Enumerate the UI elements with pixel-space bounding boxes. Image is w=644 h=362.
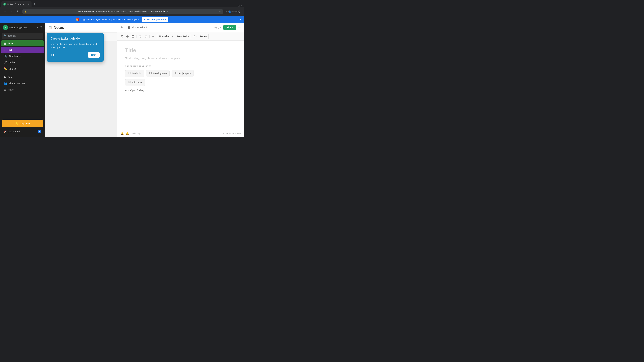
search-bar[interactable]: 🔍 Search: [2, 33, 43, 39]
claim-offer-button[interactable]: Claim now your offer: [142, 17, 168, 22]
tab-bar: N Notes - Evernote × + ─ □ ×: [0, 0, 244, 7]
popup-next-button[interactable]: Next: [88, 52, 100, 58]
reload-button[interactable]: ↻: [16, 9, 21, 14]
tab-title: Notes - Evernote: [8, 3, 27, 5]
back-button[interactable]: ←: [2, 9, 8, 14]
get-started-item[interactable]: 🚀 Get Started 7: [2, 128, 43, 135]
upgrade-button[interactable]: ⭐ ⭐ Upgrade Upgrade: [2, 120, 43, 127]
notes-title: Notes: [54, 25, 114, 30]
star-icon[interactable]: ☆: [219, 10, 221, 13]
more-options-button[interactable]: ···: [238, 26, 241, 29]
undo-btn[interactable]: [138, 34, 143, 39]
nav-bar: ← → ↻ 🔒 evernote.com/client/web?login=tr…: [0, 7, 244, 16]
sketch-icon: ✏️: [4, 67, 7, 70]
get-started-badge: 7: [38, 130, 41, 133]
project-icon: [174, 72, 177, 75]
template-meeting[interactable]: Meeting note: [146, 70, 170, 77]
editor-header: 👁 📓 First Notebook Only you Share ···: [117, 23, 244, 32]
editor-title-field[interactable]: Title: [125, 47, 236, 53]
todo-label: To-do list: [132, 72, 142, 75]
sidebar: N 5b3c818b@mood... ▾ ⚙ 🔍 Search Note: [0, 23, 45, 137]
new-tab-button[interactable]: +: [32, 2, 37, 6]
window-minimize[interactable]: ─: [234, 5, 237, 7]
size-chevron-icon: ▾: [196, 35, 196, 37]
sidebar-item-sketch[interactable]: ✏️ Sketch: [1, 66, 44, 72]
shared-label: Shared with Me: [9, 82, 41, 85]
redo-btn[interactable]: [144, 34, 148, 39]
open-gallery-label: Open Gallery: [130, 89, 144, 92]
template-todo[interactable]: To-do list: [125, 70, 144, 77]
saved-text: All changes saved: [223, 132, 241, 135]
format-dropdown[interactable]: Normal text ▾: [158, 34, 174, 39]
attachment-icon: 📎: [4, 54, 7, 58]
active-tab[interactable]: N Notes - Evernote ×: [1, 1, 32, 7]
bell-icon[interactable]: 🔔: [120, 132, 124, 135]
editor-footer: 🔔 🔔 Add tag All changes saved: [117, 130, 244, 137]
template-grid: To-do list Meeting note Project plan: [125, 70, 194, 77]
divider-1: [125, 26, 125, 29]
settings-icon[interactable]: ⚙: [40, 26, 42, 29]
window-maximize[interactable]: □: [238, 5, 240, 7]
profile-icon[interactable]: 👤 Incognito: [231, 9, 236, 14]
ai-btn[interactable]: AI: [151, 34, 155, 39]
add-more-button[interactable]: Add more: [125, 79, 145, 86]
svg-rect-11: [150, 72, 152, 74]
template-project[interactable]: Project plan: [172, 70, 194, 77]
editor-header-left: 👁 📓 First Notebook: [120, 26, 147, 29]
url-bar[interactable]: 🔒 evernote.com/client/web?login=true#/no…: [22, 9, 224, 14]
notebook-name: First Notebook: [132, 26, 147, 29]
open-gallery-button[interactable]: ••• Open Gallery: [125, 88, 236, 93]
et-divider-1: [136, 35, 137, 38]
sidebar-item-tags[interactable]: 🏷 Tags: [1, 74, 44, 80]
popup-text: You can also add tasks from the sidebar …: [51, 42, 100, 49]
size-dropdown[interactable]: 16 ▾: [191, 34, 198, 39]
add-more-label: Add more: [132, 81, 142, 84]
banner-close-icon[interactable]: ×: [240, 18, 242, 21]
notes-title-icon: 📋: [48, 26, 52, 29]
tab-close-icon[interactable]: ×: [28, 3, 30, 5]
notebook-icon: 📓: [127, 26, 131, 29]
svg-rect-2: [4, 42, 6, 44]
add-tag-text[interactable]: Add tag: [131, 132, 221, 135]
svg-text:N: N: [4, 4, 5, 5]
user-name: 5b3c818b@mood...: [10, 26, 36, 29]
reminder-btn[interactable]: [125, 34, 130, 39]
project-label: Project plan: [178, 72, 191, 75]
audio-icon: 🎤: [4, 61, 7, 64]
browser-chrome: N Notes - Evernote × + ─ □ × ← → ↻ 🔒 eve…: [0, 0, 244, 16]
meeting-icon: [149, 72, 152, 75]
window-close[interactable]: ×: [240, 5, 243, 7]
avatar: N: [3, 25, 8, 30]
sidebar-item-attachment[interactable]: 📎 Attachment: [1, 53, 44, 59]
more-toolbar-dropdown[interactable]: More ▾: [199, 34, 209, 39]
format-label: Normal text: [159, 35, 171, 38]
note-icon: [4, 42, 6, 45]
task-btn[interactable]: [120, 34, 124, 39]
sidebar-item-audio[interactable]: 🎤 Audio: [1, 59, 44, 65]
calendar-btn[interactable]: [130, 34, 135, 39]
tutorial-popup: Create tasks quickly You can also add ta…: [46, 33, 104, 62]
font-dropdown[interactable]: Sans Serif ▾: [175, 34, 190, 39]
chevron-down-icon[interactable]: ▾: [37, 26, 38, 29]
editor-body[interactable]: Title Start writing, drag files or start…: [117, 40, 244, 130]
sidebar-item-note[interactable]: Note: [1, 40, 44, 46]
app-wrapper: 🎁 Upgrade now. Sync across all your devi…: [0, 16, 244, 137]
dot-1: [51, 54, 52, 56]
extensions-area: ⬚ 👤 Incognito ⋮: [225, 9, 242, 14]
menu-icon[interactable]: ⋮: [237, 9, 242, 14]
sidebar-item-shared[interactable]: 👥 Shared with Me: [1, 80, 44, 86]
more-chevron-icon: ▾: [206, 35, 207, 37]
reminder-bell-icon[interactable]: 🔔: [126, 132, 129, 135]
share-button[interactable]: Share: [224, 25, 236, 30]
sidebar-item-trash[interactable]: 🗑 Trash: [1, 87, 44, 93]
suggested-templates-label: SUGGESTED TEMPLATES: [125, 65, 236, 67]
editor-body-placeholder[interactable]: Start writing, drag files or start from …: [125, 57, 236, 60]
more-toolbar-label: More: [200, 35, 206, 38]
sidebar-item-task[interactable]: ✔ Task: [1, 46, 44, 53]
size-label: 16: [192, 35, 195, 38]
eye-icon[interactable]: 👁: [120, 26, 123, 29]
forward-button[interactable]: →: [9, 9, 14, 14]
sidebar-nav: Note ✔ Task 📎 Attachment 🎤 Audio ✏️ Sket…: [0, 40, 45, 118]
upgrade-star-icon: ⭐: [15, 122, 18, 125]
meeting-label: Meeting note: [153, 72, 167, 75]
